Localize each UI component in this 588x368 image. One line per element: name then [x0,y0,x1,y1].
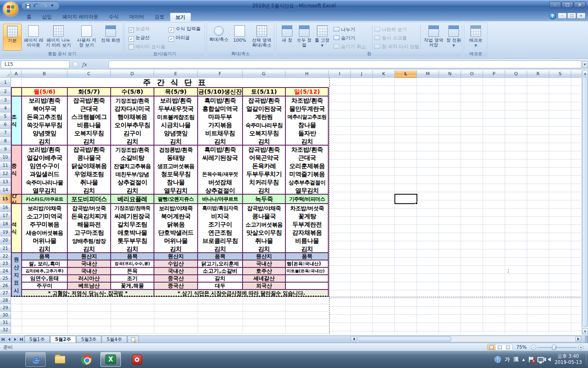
row-header-18[interactable]: 18 [0,220,11,228]
cell-lunch-fri[interactable]: 흑미밥/흰죽씨레기된장국돈육수육/새우젓버섯잡채상추겉절이묵은김치 [198,145,243,194]
gridlines-checkbox[interactable]: ✓눈금선 [129,35,150,42]
origin-item[interactable]: 돈육 [111,267,154,275]
origin-header[interactable]: 품목 [285,253,329,260]
origin-value[interactable]: 러시아산 [67,275,111,282]
normal-view-button[interactable]: 기본 [3,24,22,51]
last-sheet-icon[interactable] [18,336,24,343]
row-header-4[interactable]: 4 [0,104,11,112]
scroll-down-icon[interactable]: ▼ [582,328,588,334]
row-header-17[interactable]: 17 [0,212,11,220]
column-header-a[interactable]: A [11,70,22,78]
row-header-31[interactable]: 31 [0,319,11,326]
cell[interactable] [11,87,22,96]
horizontal-scrollbar[interactable] [350,336,581,342]
sheet-tab-week3[interactable]: 5월3주 [76,336,102,343]
row-header-26[interactable]: 26 [0,282,11,289]
cell-lunch-thu[interactable]: 검정콩밥/흰죽동태탕생표고버섯볶음청포묵무침참나물열무김치 [154,145,198,194]
row-header-8[interactable]: 8 [0,137,11,145]
tab-insert[interactable]: 삽입 [37,13,57,21]
taskbar-ie-button[interactable]: e [25,352,46,367]
cell-lunch-wed[interactable]: 기장조밥/흰죽소갈비탕잔멸치고추볶음데친두부/양념상추겉절이김치 [111,145,154,194]
origin-item[interactable]: 잡곡(귀리,수수,콩) [111,260,154,267]
cell-snack-fri[interactable]: 바나나/야쿠르트 [198,194,243,204]
cell-dinner-sat[interactable]: 잡곡밥/야채죽콩나물국소고기버섯볶음맛살오이무침취나물김치 [243,204,285,253]
day-header-thu[interactable]: 목(5/9) [154,87,198,96]
row-header-1[interactable]: 1 [0,78,11,87]
row-header-30[interactable]: 30 [0,312,11,319]
column-header-p[interactable]: P [483,70,505,78]
origin-value[interactable]: 중국산 [154,275,198,282]
select-all-corner[interactable] [0,70,11,78]
page-break-shortcut[interactable] [504,344,512,350]
section-label-breakfast[interactable]: 조식 [11,96,22,145]
empty-cells-region[interactable] [329,78,585,334]
cell-breakfast-sat[interactable]: 잡곡밥/흰죽얼갈이된장국계란찜숙주미나리무침오복지무침김치 [243,96,285,145]
formula-bar-expand-icon[interactable]: ▼ [582,61,587,67]
row-header-2[interactable]: 2 [0,87,11,96]
day-header-sun[interactable]: 일(5/12) [285,87,329,96]
formula-bar-checkbox[interactable]: ✓수식 입력줄 [169,26,200,33]
row-header-3[interactable]: 3 [0,96,11,104]
tab-review[interactable]: 검토 [149,13,170,21]
workbook-restore-button[interactable]: □ [567,13,576,19]
origin-value[interactable]: 중국산 [154,282,198,289]
zoom-button[interactable]: 확대/축소 [208,24,230,51]
cell-snack-sun[interactable]: 기주떡/비피더스 [285,194,329,204]
day-header-sat[interactable]: 토(5/11) [243,87,285,96]
vertical-scrollbar[interactable]: ▲ ▼ [581,70,588,334]
origin-item[interactable] [285,275,329,282]
row-header-21[interactable]: 21 [0,245,11,253]
cell-dinner-thu[interactable]: 보리밥/야채죽북어계란국닭볶음단호박샐러드머위나물김치 [154,204,198,253]
new-window-button[interactable]: 새 창 [279,24,295,51]
column-header-c[interactable]: C [67,70,111,78]
row-header-19[interactable]: 19 [0,228,11,236]
page-break-preview-button[interactable]: 페이지 나누기 미리 보기 [45,24,71,51]
day-header-wed[interactable]: 수(5/8) [111,87,154,96]
column-header-j[interactable]: J [351,70,373,78]
origin-item[interactable]: 미트볼(돈육:국내산) [285,267,329,275]
insert-worksheet-tab[interactable] [127,336,139,343]
maximize-button[interactable]: □ [561,2,573,8]
arrange-all-button[interactable]: 모두 정렬 [296,24,312,51]
column-header-i[interactable]: I [329,70,351,78]
tab-page-layout[interactable]: 페이지 레이아웃 [57,13,104,21]
column-header-f[interactable]: F [198,70,243,78]
origin-item[interactable] [285,282,329,289]
split-button[interactable]: 나누기 [334,26,355,34]
origin-header[interactable]: 품목 [198,253,243,260]
tab-data[interactable]: 데이터 [124,13,149,21]
origin-header[interactable]: 품목 [111,253,154,260]
cell-snack-mon[interactable]: 카스타드/야쿠르트 [22,194,67,204]
origin-item[interactable]: 꽃게,해물 [111,282,154,289]
column-header-s[interactable]: S [549,70,571,78]
row-header-27[interactable]: 27 [0,289,11,297]
zoom-slider-thumb[interactable] [552,345,556,350]
note-disclaimer[interactable]: * 상기 식단은 시장수급사정에 따라 달라질수 있습니다. [154,289,329,297]
section-label-snack[interactable]: 간식 [11,194,22,204]
scroll-up-icon[interactable]: ▲ [582,70,588,76]
cell-lunch-tue[interactable]: 잡곡밥/흰죽콩나물국닭살야채볶음우엉채조림취나물김치 [67,145,111,194]
cell-dinner-wed[interactable]: 기장조밥/참깨죽씨레기된장국갈치무조림애호박나물톳두부무침김치 [111,204,154,253]
origin-item[interactable]: 햄(돈육:국내산) [285,260,329,267]
row-header-13[interactable]: 13 [0,178,11,186]
cell-dinner-fri[interactable]: 흑미밥/흑임자죽비지국조기구이연근조림브로콜리무침김치 [198,204,243,253]
day-header-fri[interactable]: 금(5/10)생신잔치 [198,87,243,96]
sheet-tab-week1[interactable]: 5월1주 [24,336,50,343]
workbook-close-button[interactable]: × [577,13,586,19]
ime-hanja-indicator[interactable]: 漢 [514,356,519,363]
row-header-10[interactable]: 10 [0,153,11,162]
cell-snack-wed[interactable]: 베리요플레 [111,194,154,204]
macros-button[interactable]: 매크로▼ [466,24,486,51]
zoom-out-button[interactable]: – [531,345,536,350]
column-header-k[interactable]: K [373,70,395,78]
taskbar-excel-button[interactable]: X [100,352,121,367]
cell-dinner-mon[interactable]: 보리밥/야채죽소고기미역국주꾸미볶음새송이버섯볶음머위나물김치 [22,204,67,253]
origin-value[interactable]: 세네갈산 [243,275,285,282]
row-header-6[interactable]: 6 [0,121,11,129]
next-sheet-icon[interactable] [12,336,18,343]
speaker-icon[interactable] [548,357,551,361]
row-header-22[interactable]: 22 [0,253,11,260]
note-diet[interactable]: * 고혈압- 저염식 당뇨식- 잡곡밥 * [22,289,154,297]
vertical-scroll-thumb[interactable] [582,77,588,327]
normal-view-shortcut[interactable] [488,344,496,350]
